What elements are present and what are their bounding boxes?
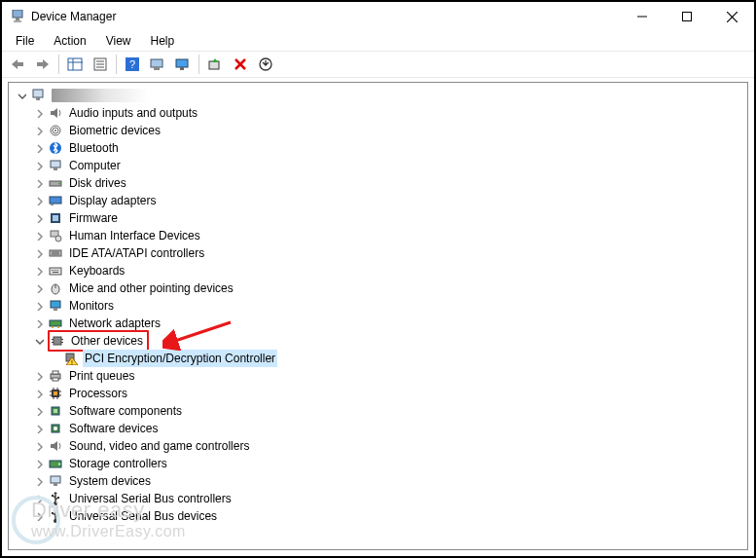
tree-item-sound[interactable]: Sound, video and game controllers [9,437,747,455]
svg-rect-32 [51,161,60,167]
svg-rect-27 [36,97,40,100]
tree-item-storage[interactable]: Storage controllers [9,455,747,472]
tree-item-audio[interactable]: Audio inputs and outputs [9,104,747,122]
expander-closed-icon[interactable] [32,281,46,295]
keyboard-icon [48,263,63,279]
tree-item-biometric[interactable]: Biometric devices [9,122,747,139]
disk-icon [48,175,63,191]
usb-icon [48,491,63,506]
svg-rect-20 [176,59,188,67]
toolbar: ? [2,51,754,78]
tree-item-display[interactable]: Display adapters [9,192,747,209]
expander-closed-icon[interactable] [32,299,46,313]
tree-root[interactable] [9,87,747,104]
svg-rect-1 [16,18,19,20]
expander-closed-icon[interactable] [32,106,46,120]
menu-view[interactable]: View [96,32,141,50]
expander-closed-icon[interactable] [32,369,46,383]
menu-help[interactable]: Help [141,32,185,50]
svg-rect-8 [37,62,43,66]
properties-button[interactable] [89,54,112,75]
tree-item-system[interactable]: System devices [9,472,747,490]
expander-closed-icon[interactable] [32,194,46,207]
expander-open-icon[interactable] [32,334,46,348]
tree-item-processors[interactable]: Processors [9,385,747,402]
tree-item-print-queues[interactable]: Print queues [9,367,747,385]
minimize-button[interactable] [620,2,665,31]
expander-closed-icon[interactable] [32,211,46,225]
tree-item-firmware[interactable]: Firmware [9,209,747,227]
svg-rect-9 [68,58,82,70]
svg-rect-66 [53,371,58,374]
expander-closed-icon[interactable] [32,474,46,488]
toolbar-separator [58,55,59,74]
tree-item-usb-devices[interactable]: Universal Serial Bus devices [9,507,747,525]
tree-container[interactable]: Audio inputs and outputs Biometric devic… [8,82,748,550]
maximize-button[interactable] [665,2,709,31]
tree-item-monitors[interactable]: Monitors [9,297,747,315]
svg-rect-84 [51,476,60,483]
tree-item-usb-controllers[interactable]: Universal Serial Bus controllers [9,490,747,507]
show-hide-tree-button[interactable] [63,54,87,75]
tree-item-ide[interactable]: IDE ATA/ATAPI controllers [9,244,747,262]
tree-item-bluetooth[interactable]: Bluetooth [9,139,747,157]
svg-rect-60 [52,342,54,343]
expander-open-icon[interactable] [15,89,28,102]
expander-closed-icon[interactable] [32,509,46,523]
svg-rect-26 [33,90,43,97]
tree-item-disk-drives[interactable]: Disk drives [9,174,747,192]
tree-item-other-devices[interactable]: Other devices [9,332,747,350]
forward-button[interactable] [31,54,54,75]
tree-item-software-devices[interactable]: Software devices [9,420,747,437]
disable-device-button[interactable] [254,54,277,75]
svg-rect-18 [151,59,162,67]
processor-icon [48,386,63,401]
expander-closed-icon[interactable] [32,159,46,172]
expander-closed-icon[interactable] [32,176,46,190]
window-controls [620,2,754,31]
system-icon [48,473,63,489]
tree-item-label: Firmware [67,209,120,227]
expander-closed-icon[interactable] [32,141,46,155]
menu-file[interactable]: File [6,32,44,50]
tree-item-hid[interactable]: Human Interface Devices [9,227,747,244]
svg-rect-37 [51,204,54,205]
expander-closed-icon[interactable] [32,457,46,470]
tree-item-label: Audio inputs and outputs [67,104,199,122]
menu-action[interactable]: Action [44,32,95,50]
tree-item-label: Sound, video and game controllers [67,437,251,455]
uninstall-device-button[interactable] [229,54,252,75]
display-adapter-icon [48,193,63,208]
tree-item-mice[interactable]: Mice and other pointing devices [9,279,747,297]
mouse-icon [48,280,63,296]
scan-hardware-button[interactable] [146,54,169,75]
network-icon [48,316,63,331]
tree-item-pci-encryption[interactable]: ! PCI Encryption/Decryption Controller [9,350,747,367]
usb-icon [48,508,63,524]
tree-item-computer[interactable]: Computer [9,157,747,174]
expander-closed-icon[interactable] [32,246,46,260]
update-driver-button[interactable] [203,54,227,75]
back-button[interactable] [6,54,29,75]
expander-closed-icon[interactable] [32,229,46,242]
expander-closed-icon[interactable] [32,316,46,330]
svg-rect-2 [14,20,21,22]
expander-closed-icon[interactable] [32,404,46,418]
tree-item-label: IDE ATA/ATAPI controllers [67,244,206,262]
svg-rect-57 [57,326,59,328]
svg-rect-19 [154,67,160,70]
close-button[interactable] [709,2,754,31]
expander-closed-icon[interactable] [32,387,46,400]
help-button[interactable]: ? [121,54,144,75]
expander-closed-icon[interactable] [32,264,46,278]
svg-rect-62 [61,342,63,343]
tree-item-software-components[interactable]: Software components [9,402,747,420]
expander-closed-icon[interactable] [32,422,46,435]
device-monitor-button[interactable] [171,54,195,75]
tree-item-keyboards[interactable]: Keyboards [9,262,747,279]
svg-rect-67 [53,378,58,381]
expander-closed-icon[interactable] [32,492,46,505]
other-devices-icon [50,333,65,349]
expander-closed-icon[interactable] [32,439,46,453]
expander-closed-icon[interactable] [32,124,46,137]
